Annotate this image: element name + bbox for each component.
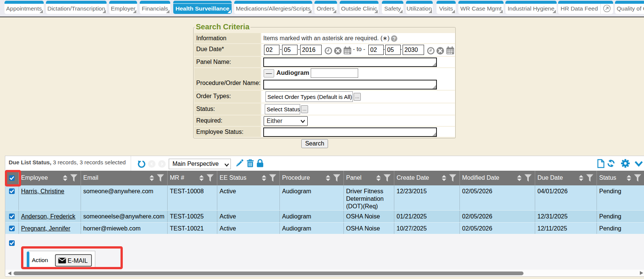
svg-text:?: ?	[392, 36, 396, 42]
